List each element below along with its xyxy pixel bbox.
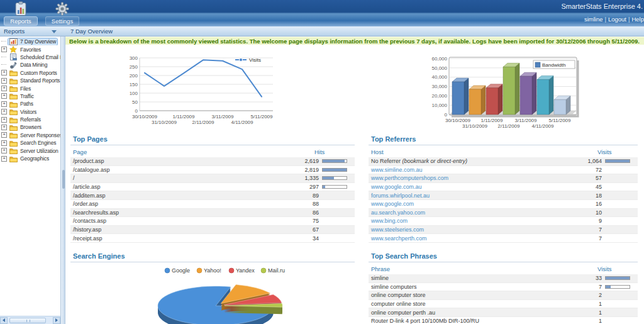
expand-icon[interactable]: + (1, 148, 7, 154)
page-title: 7 Day Overview (70, 28, 113, 35)
table-row: www.searchperth.com7 (369, 234, 638, 243)
bar-slot (602, 285, 638, 289)
host-link[interactable]: forums.whirlpool.net.au (369, 193, 569, 199)
overview-charts-row: 05010015020025030030/10/200931/10/20091/… (65, 45, 644, 130)
value-bar (605, 276, 630, 280)
expand-icon[interactable]: + (1, 156, 7, 162)
sidebar-item-referrals[interactable]: +Referrals (0, 116, 60, 123)
host-link[interactable]: www.perthcomputershops.com (369, 175, 569, 181)
table-row: /1,335 (70, 174, 355, 183)
sidebar-item-server-responses[interactable]: +Server Responses (0, 131, 60, 139)
sidebar-panel-title: Reports (4, 28, 25, 35)
scroll-right-button[interactable] (53, 317, 60, 324)
top-search-phrases-section: Top Search Phrases PhraseVisitssimline33… (369, 250, 638, 324)
svg-text:10,000: 10,000 (432, 103, 448, 108)
host-link[interactable]: www.steelseries.com (369, 226, 569, 233)
expand-icon[interactable]: + (1, 125, 7, 130)
table-row: www.google.com.au45 (369, 183, 638, 192)
table-row: forums.whirlpool.net.au18 (369, 191, 638, 200)
sidebar-item-browsers[interactable]: +Browsers (0, 123, 60, 131)
expand-icon[interactable]: + (1, 86, 7, 91)
bar-slot (319, 159, 355, 163)
sidebar-item-scheduled-email-reports[interactable]: Scheduled Email Reports (0, 53, 60, 61)
report-sections-grid: Top Pages PageHits/product.asp2,619/cata… (65, 131, 644, 324)
sidebar-item-traffic[interactable]: +Traffic (0, 92, 60, 100)
row-label: / (70, 175, 286, 181)
table-header: PhraseVisits (369, 263, 638, 274)
table-row: www.bing.com9 (369, 217, 638, 226)
svg-text:1/11/2009: 1/11/2009 (481, 118, 504, 123)
host-link[interactable]: www.simline.com.au (369, 167, 569, 173)
sidebar-item-favorites[interactable]: +Favorites (0, 45, 60, 53)
row-value: 67 (286, 226, 319, 233)
expand-icon[interactable]: + (1, 132, 7, 138)
row-label: /searchresults.asp (70, 209, 286, 216)
expand-icon[interactable]: + (1, 140, 7, 146)
sidebar-item-geographics[interactable]: +Geographics (0, 155, 60, 162)
row-value: 1,335 (286, 175, 319, 181)
row-label: /receipt.asp (70, 235, 286, 242)
svg-text:Mail.ru: Mail.ru (268, 267, 285, 274)
expand-icon[interactable]: + (1, 78, 7, 84)
host-link[interactable]: www.bing.com (369, 218, 569, 224)
expand-icon[interactable]: + (1, 47, 7, 52)
sidebar-item-paths[interactable]: +Paths (0, 100, 60, 108)
svg-text:0: 0 (135, 108, 138, 114)
sidebar-item-files[interactable]: +Files (0, 84, 60, 92)
settings-icon (45, 1, 79, 16)
tab-settings[interactable]: Settings (45, 1, 79, 26)
sidebar-item-label: Scheduled Email Reports (20, 54, 60, 60)
svg-text:Visits: Visits (249, 57, 261, 63)
sidebar-item-server-utilization[interactable]: +Server Utilization (0, 147, 60, 154)
tab-reports[interactable]: Reports (4, 1, 38, 26)
row-label: /contacts.asp (70, 218, 286, 224)
scrollbar-thumb[interactable] (9, 318, 46, 323)
svg-text:2/11/2009: 2/11/2009 (192, 120, 215, 125)
splitter-grip[interactable] (62, 170, 65, 189)
row-value: 86 (286, 209, 319, 216)
expand-icon[interactable]: + (1, 109, 7, 115)
table-row: simline33 (369, 274, 638, 283)
sidebar-horizontal-scrollbar[interactable] (0, 316, 60, 324)
sidebar-item-7-day-overview[interactable]: 7 Day Overview (0, 38, 60, 45)
host-link[interactable]: www.google.com (369, 201, 569, 207)
separator: | (604, 16, 606, 23)
sidebar-splitter[interactable] (60, 36, 65, 324)
host-link[interactable]: www.google.com.au (369, 184, 569, 190)
svg-text:4/11/2009: 4/11/2009 (231, 120, 254, 125)
table-row: au.search.yahoo.com10 (369, 209, 638, 218)
sidebar-item-data-mining[interactable]: Data Mining (0, 61, 60, 69)
sub-header-strip: Reports 7 Day Overview (0, 26, 644, 36)
help-link[interactable]: Help (631, 16, 644, 23)
table-row: /catalogue.asp2,819 (70, 166, 355, 175)
column-header: Host (369, 148, 572, 155)
table-row: www.simline.com.au72 (369, 166, 638, 175)
host-link[interactable]: au.search.yahoo.com (369, 209, 569, 216)
sidebar-item-standard-reports[interactable]: +Standard Reports (0, 77, 60, 84)
svg-text:31/10/2009: 31/10/2009 (152, 120, 177, 125)
expand-icon[interactable]: + (1, 93, 7, 99)
chevron-down-icon[interactable] (52, 30, 57, 33)
svg-text:5/11/2009: 5/11/2009 (251, 114, 274, 120)
bandwidth-bar-chart: 010,00020,00030,00040,00050,00060,00030/… (428, 49, 585, 130)
row-label: computer online store (369, 301, 569, 307)
user-name-link[interactable]: simline (584, 16, 603, 23)
sidebar-item-custom-reports[interactable]: +Custom Reports (0, 69, 60, 77)
expand-icon[interactable]: + (1, 117, 7, 123)
folder-icon (9, 77, 18, 84)
sidebar-item-label: Data Mining (20, 62, 47, 68)
row-value: 45 (569, 184, 602, 190)
table-row: online computer store2 (369, 291, 638, 300)
expand-icon[interactable]: + (1, 70, 7, 75)
row-label: online computer store (369, 292, 569, 298)
scroll-left-button[interactable] (0, 317, 8, 324)
sidebar-item-visitors[interactable]: +Visitors (0, 108, 60, 116)
logout-link[interactable]: Logout (608, 16, 626, 23)
host-link[interactable]: www.searchperth.com (369, 235, 569, 242)
row-value: 18 (569, 193, 602, 199)
sidebar-item-search-engines[interactable]: +Search Engines (0, 139, 60, 147)
expand-icon[interactable]: + (1, 101, 7, 107)
svg-text:Bandwidth: Bandwidth (542, 62, 565, 68)
folder-icon (9, 124, 18, 131)
table-header: HostVisits (369, 146, 638, 157)
